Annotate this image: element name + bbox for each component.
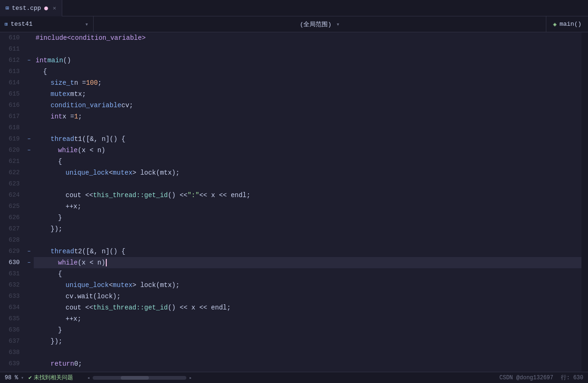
scope-file-selector[interactable]: ⊞ test41 ▾ [0, 16, 94, 32]
line-number: 622 [0, 167, 20, 178]
table-row[interactable]: } [34, 324, 581, 336]
scope-function-selector[interactable]: ◈ main() [546, 16, 588, 32]
line-number: 632 [0, 280, 20, 291]
fold-indicator[interactable]: − [24, 257, 34, 268]
fold-indicator [24, 122, 34, 133]
fold-indicator [24, 32, 34, 44]
tab-test-cpp[interactable]: ⊞ test.cpp ⬤ ✕ [0, 0, 62, 16]
line-number: 610 [0, 32, 20, 44]
table-row[interactable]: thread t1([&, n]() { [34, 133, 581, 145]
code-token: mutex [51, 88, 70, 100]
line-number: 627 [0, 223, 20, 235]
tab-close-button[interactable]: ✕ [53, 5, 56, 12]
table-row[interactable]: while (x < n) [34, 257, 581, 268]
code-token: size_t [51, 77, 74, 88]
code-token: } [58, 324, 62, 336]
code-token: < [109, 167, 112, 178]
fold-indicator [24, 77, 34, 88]
code-token: unique_lock [66, 167, 109, 178]
zoom-level: 98 % [5, 375, 18, 381]
table-row[interactable]: return 0; [34, 358, 581, 369]
table-row[interactable] [34, 178, 581, 190]
table-row[interactable]: { [34, 66, 581, 77]
table-row[interactable]: } [34, 369, 581, 372]
table-row[interactable] [34, 44, 581, 55]
table-row[interactable]: }); [34, 223, 581, 235]
table-row[interactable]: ++x; [34, 201, 581, 212]
table-row[interactable]: cout << this_thread::get_id() << ":" << … [34, 190, 581, 201]
table-row[interactable]: } [34, 212, 581, 223]
table-row[interactable]: cv.wait(lock); [34, 291, 581, 302]
table-row[interactable]: ++x; [34, 313, 581, 324]
line-number: 618 [0, 122, 20, 133]
line-number: 636 [0, 324, 20, 336]
table-row[interactable]: cout << this_thread::get_id() << x << en… [34, 302, 581, 313]
vertical-scrollbar[interactable] [581, 32, 588, 372]
code-token: unique_lock [66, 280, 109, 291]
line-number: 633 [0, 291, 20, 302]
fold-indicator[interactable]: − [24, 55, 34, 66]
table-row[interactable]: mutex mtx; [34, 88, 581, 100]
scope-global-selector[interactable]: (全局范围) ▾ [94, 16, 546, 32]
code-token: main [47, 55, 63, 66]
table-row[interactable]: condition_variable cv; [34, 100, 581, 111]
fold-indicator [24, 212, 34, 223]
fold-indicator[interactable]: − [24, 133, 34, 145]
fold-column: −−−−− [24, 32, 34, 372]
table-row[interactable]: }); [34, 336, 581, 347]
code-token: this_thread::get_id [93, 190, 168, 201]
fold-indicator [24, 358, 34, 369]
code-token: < [109, 280, 112, 291]
code-token: ":" [187, 190, 199, 201]
code-token: thread [51, 133, 74, 145]
table-row[interactable]: size_t n = 100; [34, 77, 581, 88]
table-row[interactable]: { [34, 268, 581, 280]
line-number: 616 [0, 100, 20, 111]
code-token: cv; [121, 100, 133, 111]
scope-file-arrow: ▾ [85, 21, 88, 28]
code-token: #include<condition_variable> [36, 32, 146, 44]
scope-global-label: (全局范围) [300, 20, 331, 29]
code-token: while [58, 257, 78, 268]
zoom-arrow-icon[interactable]: ▾ [21, 375, 24, 381]
table-row[interactable]: unique_lock<mutex> lock(mtx); [34, 280, 581, 291]
scrollbar-thumb[interactable] [121, 376, 149, 380]
scrollbar-track[interactable] [93, 376, 186, 380]
code-lines: #include<condition_variable>int main(){s… [34, 32, 581, 372]
table-row[interactable]: int x = 1; [34, 111, 581, 122]
code-token: { [58, 268, 62, 280]
text-cursor [106, 259, 107, 266]
fold-indicator[interactable]: − [24, 246, 34, 257]
code-token: 100 [86, 77, 98, 88]
code-token: () << x << endl; [168, 302, 230, 313]
code-token: cv.wait(lock); [66, 291, 121, 302]
table-row[interactable]: int main() [34, 55, 581, 66]
code-token: > lock(mtx); [132, 280, 180, 291]
line-number: 619 [0, 133, 20, 145]
line-number: 629 [0, 246, 20, 257]
fold-indicator [24, 336, 34, 347]
scope-file-label: test41 [11, 21, 33, 28]
table-row[interactable]: #include<condition_variable> [34, 32, 581, 44]
code-token: 1 [74, 111, 78, 122]
code-content[interactable]: #include<condition_variable>int main(){s… [34, 32, 581, 372]
scroll-left-arrow[interactable]: ◂ [87, 375, 90, 381]
table-row[interactable] [34, 347, 581, 358]
table-row[interactable]: { [34, 156, 581, 167]
table-row[interactable]: unique_lock<mutex> lock(mtx); [34, 167, 581, 178]
code-token: cout << [66, 190, 93, 201]
table-row[interactable] [34, 235, 581, 246]
code-token: ++x; [66, 313, 81, 324]
ok-label: 未找到相关问题 [34, 374, 73, 382]
table-row[interactable]: while (x < n) [34, 145, 581, 156]
line-number: 621 [0, 156, 20, 167]
code-token: mtx; [70, 88, 86, 100]
table-row[interactable]: thread t2([&, n]() { [34, 246, 581, 257]
line-number: 613 [0, 66, 20, 77]
code-token: }); [51, 336, 62, 347]
horizontal-scrollbar[interactable]: ◂ ▸ [87, 375, 192, 381]
code-token: t1([&, n]() { [74, 133, 125, 145]
table-row[interactable] [34, 122, 581, 133]
scroll-right-arrow[interactable]: ▸ [189, 375, 192, 381]
fold-indicator[interactable]: − [24, 145, 34, 156]
